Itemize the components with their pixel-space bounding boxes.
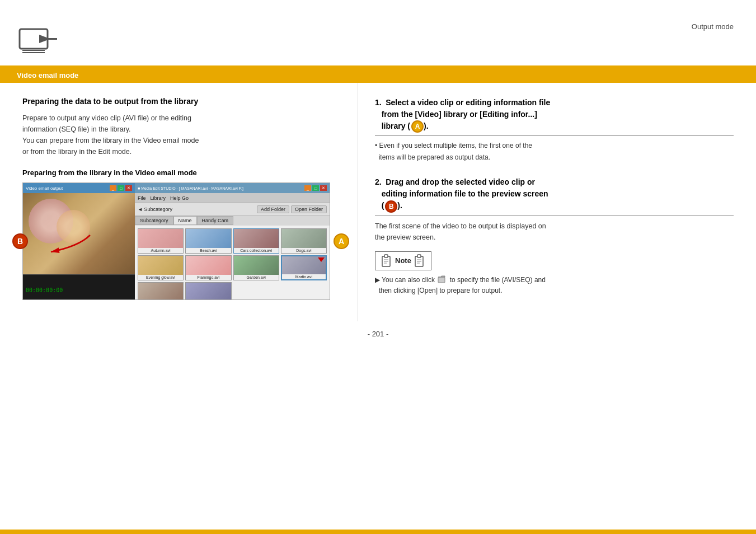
svg-rect-15 [438, 277, 445, 283]
screen-title-bar: Video email output _ □ ✕ [23, 183, 135, 193]
timecode: 00:00:00:00 [26, 287, 63, 293]
output-mode-label: Output mode [692, 22, 734, 31]
screen-controls: 00:00:00:00 [23, 274, 135, 300]
step2-badge-b: B [385, 200, 397, 213]
step-2-number: 2. [375, 177, 382, 186]
screen-close-btn[interactable]: ✕ [320, 185, 327, 191]
thumb-10[interactable]: Parachute.avi [185, 282, 231, 299]
thumb-7-label: Garden.avi [234, 275, 279, 280]
inline-file-icon [438, 275, 447, 284]
step-1-number: 1. [375, 98, 382, 107]
body-line4: or from the library in the Edit mode. [22, 148, 132, 156]
screen-toolbar: ◄ Subcategory Add Folder Open Folder [135, 203, 330, 216]
thumb-9[interactable]: Niley.avi [138, 282, 184, 299]
thumb-7[interactable]: Garden.avi [233, 255, 279, 280]
note-icon-right [414, 254, 425, 268]
screen-tabs: Subcategory Name Handy Cam [135, 216, 330, 226]
thumb-4-label: Dogs.avi [281, 248, 326, 253]
step-1-title: Select a video clip or editing informati… [375, 98, 550, 130]
step1-badge-a: A [411, 120, 424, 133]
thumb-arrow [318, 257, 325, 262]
bottom-bar [0, 530, 756, 534]
step-2-title: Drag and drop the selected video clip or… [375, 177, 548, 210]
step-1: 1. Select a video clip or editing inform… [375, 97, 734, 162]
body-line2: information (SEQ file) in the library. [22, 125, 131, 133]
screen-menu-bar: File Library Help Go [135, 193, 330, 203]
thumb-2[interactable]: Beach.avi [185, 228, 231, 254]
menu-file[interactable]: File [138, 195, 146, 201]
screen-right-title-text: ■ Media Edit STUDIO - [ MASANARI.avi - M… [138, 186, 243, 190]
svg-rect-11 [417, 255, 421, 257]
thumb-1-label: Autumn.avi [138, 248, 183, 253]
logo-icon [17, 18, 59, 54]
note-content: ▶ You can also click to specify the file… [375, 275, 734, 296]
screen-maximize-btn[interactable]: □ [312, 185, 319, 191]
top-bar: Output mode [0, 0, 756, 67]
screen-minimize-btn[interactable]: _ [304, 185, 311, 191]
menu-help[interactable]: Help Go [170, 195, 189, 201]
step-1-body: • Even if you select multiple items, the… [375, 140, 734, 162]
step-2-body: The first scene of the video to be outpu… [375, 221, 734, 243]
thumb-5[interactable]: Evening glow.avi [138, 255, 184, 280]
maximize-btn[interactable]: □ [118, 185, 124, 191]
minimize-btn[interactable]: _ [110, 185, 116, 191]
tab-subcategory[interactable]: Subcategory [135, 216, 173, 225]
close-btn[interactable]: ✕ [125, 185, 132, 191]
thumb-8-label: Martin.avi [282, 274, 326, 279]
screenshot-container: B Video email output _ □ ✕ [22, 182, 341, 300]
thumb-3-label: Cars collection.avi [234, 248, 279, 253]
screen-right-title-btns: _ □ ✕ [304, 185, 327, 191]
step-2: 2. Drag and drop the selected video clip… [375, 176, 734, 296]
thumb-8[interactable]: Martin.avi [281, 255, 327, 280]
screenshot-mock: Video email output _ □ ✕ [22, 182, 330, 300]
screen-preview [23, 193, 135, 274]
step-2-header: 2. Drag and drop the selected video clip… [375, 176, 734, 216]
thumb-2-label: Beach.avi [186, 248, 231, 253]
badge-a: A [334, 233, 349, 249]
right-column: 1. Select a video clip or editing inform… [358, 83, 756, 321]
svg-rect-6 [384, 255, 388, 257]
mode-bar-label: Video email mode [17, 71, 78, 79]
thumb-6[interactable]: Flamingo.avi [185, 255, 231, 280]
menu-library[interactable]: Library [151, 195, 166, 201]
nav-back[interactable]: ◄ Subcategory [138, 207, 172, 212]
thumb-3[interactable]: Cars collection.avi [233, 228, 279, 254]
tab-name[interactable]: Name [173, 216, 197, 225]
step-2-body-line2: the preview screen. [375, 233, 435, 241]
thumb-6-label: Flamingo.avi [186, 275, 231, 280]
mode-bar: Video email mode [0, 67, 756, 83]
screen-title-btns: _ □ ✕ [110, 185, 132, 191]
step-1-bullet-2: items will be prepared as output data. [375, 152, 734, 162]
screen-right-title-bar: ■ Media Edit STUDIO - [ MASANARI.avi - M… [135, 183, 330, 193]
subsection-title: Preparing from the library in the Video … [22, 168, 341, 177]
badge-b: B [12, 233, 28, 249]
add-folder-btn[interactable]: Add Folder [257, 205, 289, 213]
drag-arrow-svg [45, 229, 96, 257]
note-icon-left [381, 254, 392, 268]
tab-handycam[interactable]: Handy Cam [197, 216, 234, 225]
step-1-bullet-1: • Even if you select multiple items, the… [375, 140, 734, 151]
left-section-title: Preparing the data to be output from the… [22, 97, 341, 106]
step-2-body-line1: The first scene of the video to be outpu… [375, 222, 546, 230]
logo-area [0, 7, 76, 65]
main-content: Preparing the data to be output from the… [0, 83, 756, 321]
open-folder-btn[interactable]: Open Folder [291, 205, 327, 213]
left-column: Preparing the data to be output from the… [0, 83, 358, 321]
note-label: Note [395, 256, 411, 265]
step-1-header: 1. Select a video clip or editing inform… [375, 97, 734, 136]
thumb-4[interactable]: Dogs.avi [281, 228, 327, 254]
screen-grid: Autumn.avi Beach.avi Cars collection.avi [135, 226, 330, 299]
thumb-1[interactable]: Autumn.avi [138, 228, 184, 254]
screen-left-panel: Video email output _ □ ✕ [23, 183, 135, 299]
svg-marker-16 [438, 276, 445, 277]
thumb-5-label: Evening glow.avi [138, 275, 183, 280]
body-line3: You can prepare from the library in the … [22, 137, 199, 144]
left-section-body: Prepare to output any video clip (AVI fi… [22, 113, 341, 157]
note-header: Note [375, 251, 431, 270]
page-number: - 201 - [0, 321, 756, 346]
note-wrapper: Note ▶ You can also click [375, 251, 734, 296]
body-line1: Prepare to output any video clip (AVI fi… [22, 114, 191, 122]
screen-right-panel: ■ Media Edit STUDIO - [ MASANARI.avi - M… [135, 183, 330, 299]
screen-title-text: Video email output [26, 186, 63, 191]
